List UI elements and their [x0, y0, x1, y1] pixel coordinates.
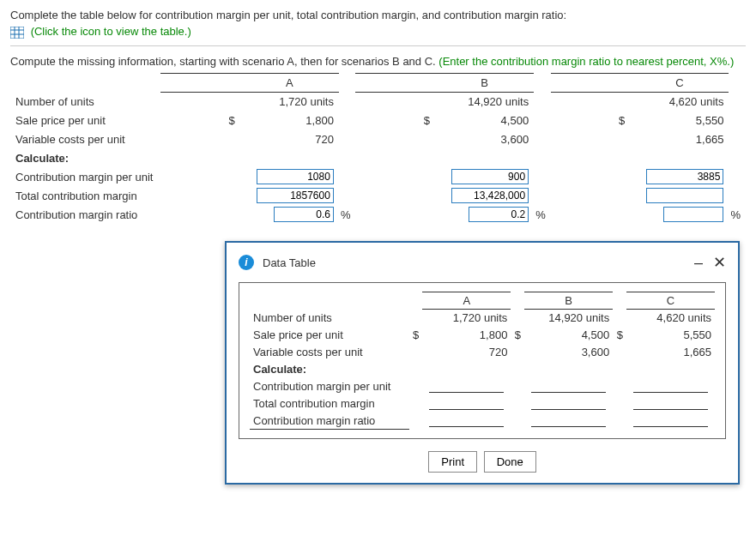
b-cm-ratio-input[interactable]	[469, 207, 529, 222]
blank-line	[429, 381, 504, 393]
p-c-varc: 1,665	[626, 344, 715, 361]
p-a-price: 1,800	[422, 327, 511, 344]
b-varc: 3,600	[435, 129, 534, 148]
units-suffix: units	[484, 311, 507, 324]
units-suffix: units	[700, 95, 723, 108]
units-suffix: units	[505, 95, 529, 108]
c-total-cm-input[interactable]	[646, 188, 723, 203]
p-b-price: 4,500	[524, 327, 613, 344]
row-cmratio-label: Contribution margin ratio	[10, 205, 160, 224]
p-c-units: 4,620	[656, 311, 685, 324]
a-varc: 720	[240, 129, 339, 148]
a-cm-unit-input[interactable]	[257, 169, 334, 184]
row-calculate-label: Calculate:	[10, 148, 160, 167]
pct-suffix: %	[534, 205, 551, 224]
p-row-cmratio: Contribution margin ratio	[250, 413, 409, 430]
p-col-c: C	[626, 292, 715, 310]
separator	[10, 45, 746, 46]
instruction-line-2: Compute the missing information, startin…	[10, 55, 746, 68]
popup-title: Data Table	[263, 256, 316, 269]
instruction-line-1: Complete the table below for contributio…	[10, 9, 746, 21]
pct-suffix: %	[729, 205, 746, 224]
popup-table: A B C Number of units 1,720 units 14,920…	[250, 292, 715, 430]
units-suffix: units	[688, 311, 711, 324]
p-row-units: Number of units	[250, 310, 409, 327]
currency: $	[355, 111, 435, 129]
row-cmunit-label: Contribution margin per unit	[10, 167, 160, 186]
a-cm-ratio-input[interactable]	[274, 207, 334, 222]
currency: $	[160, 111, 240, 129]
blank-line	[531, 415, 606, 427]
currency: $	[613, 327, 626, 344]
p-a-units: 1,720	[453, 311, 481, 324]
pct-suffix: %	[339, 205, 356, 224]
blank-line	[429, 398, 504, 410]
units-suffix: units	[586, 311, 609, 324]
row-units-label: Number of units	[10, 92, 160, 111]
blank-line	[633, 415, 708, 427]
b-price: 4,500	[435, 111, 534, 129]
svg-rect-0	[10, 27, 24, 39]
instruction-text: Compute the missing information, startin…	[10, 55, 438, 68]
units-suffix: units	[310, 95, 333, 108]
close-icon[interactable]: ✕	[713, 256, 726, 268]
p-row-totalcm: Total contribution margin	[250, 395, 409, 413]
blank-line	[633, 398, 708, 410]
blank-line	[633, 381, 708, 393]
col-header-b: B	[435, 73, 534, 92]
p-col-a: A	[422, 292, 511, 310]
p-b-varc: 3,600	[524, 344, 613, 361]
row-totalcm-label: Total contribution margin	[10, 186, 160, 205]
c-cm-unit-input[interactable]	[646, 169, 723, 184]
table-icon[interactable]	[10, 27, 24, 39]
done-button[interactable]: Done	[484, 451, 536, 473]
c-price: 5,550	[630, 111, 729, 129]
p-row-calc: Calculate:	[250, 361, 409, 378]
currency: $	[409, 327, 423, 344]
blank-line	[531, 381, 606, 393]
data-table-popup: i Data Table – ✕ A B C Number of units 1…	[225, 241, 740, 485]
p-c-price: 5,550	[626, 327, 715, 344]
a-price: 1,800	[240, 111, 339, 129]
blank-line	[531, 398, 606, 410]
col-header-c: C	[630, 73, 729, 92]
p-row-price: Sale price per unit	[250, 327, 409, 344]
p-col-b: B	[524, 292, 613, 310]
view-table-link[interactable]: (Click the icon to view the table.)	[31, 25, 191, 38]
b-total-cm-input[interactable]	[451, 188, 529, 203]
b-cm-unit-input[interactable]	[451, 169, 529, 184]
info-icon: i	[239, 255, 254, 270]
instruction-hint: (Enter the contribution margin ratio to …	[438, 55, 734, 68]
row-price-label: Sale price per unit	[10, 111, 160, 129]
c-cm-ratio-input[interactable]	[663, 207, 723, 222]
currency: $	[511, 327, 524, 344]
main-table: A B C Number of units 1,720 units 14,920…	[10, 73, 746, 225]
p-a-varc: 720	[422, 344, 511, 361]
p-row-cmunit: Contribution margin per unit	[250, 378, 409, 395]
p-row-varc: Variable costs per unit	[250, 344, 409, 361]
c-units: 4,620	[669, 95, 698, 108]
print-button[interactable]: Print	[428, 451, 477, 473]
c-varc: 1,665	[630, 129, 729, 148]
minimize-icon[interactable]: –	[694, 256, 703, 268]
a-total-cm-input[interactable]	[257, 188, 334, 203]
col-header-a: A	[240, 73, 339, 92]
b-units: 14,920	[468, 95, 502, 108]
currency: $	[551, 111, 631, 129]
blank-line	[429, 415, 504, 427]
a-units: 1,720	[279, 95, 307, 108]
row-varcost-label: Variable costs per unit	[10, 129, 160, 148]
p-b-units: 14,920	[548, 311, 583, 324]
popup-table-box: A B C Number of units 1,720 units 14,920…	[239, 282, 726, 439]
